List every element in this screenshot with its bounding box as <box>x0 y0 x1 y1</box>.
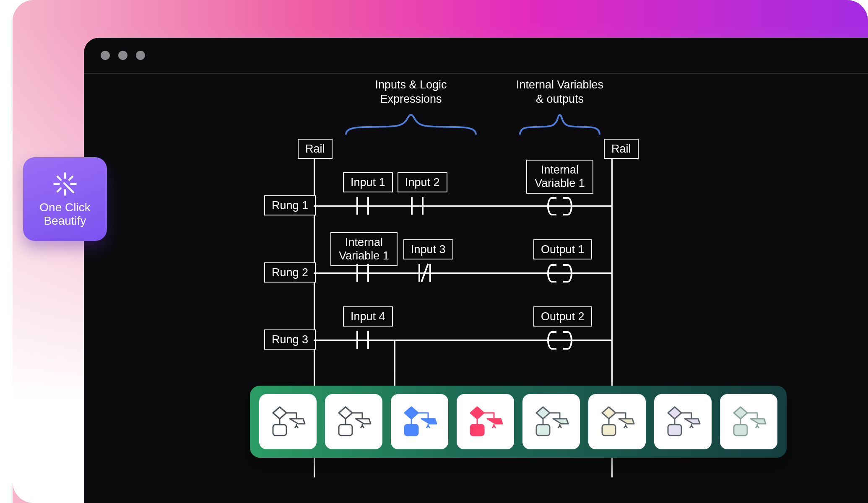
beautify-label-1: One Click <box>39 201 90 214</box>
theme-swatch-outline-white-2[interactable] <box>325 394 382 449</box>
window-dot-max-icon[interactable] <box>136 51 145 60</box>
beautify-label-2: Beautify <box>39 214 90 228</box>
svg-rect-10 <box>339 425 352 436</box>
theme-swatch-lilac[interactable] <box>654 394 712 449</box>
svg-rect-9 <box>273 425 286 436</box>
coil-icon[interactable] <box>547 264 572 283</box>
window-dot-min-icon[interactable] <box>118 51 127 60</box>
svg-rect-14 <box>602 425 616 436</box>
brace-icon <box>518 111 602 137</box>
svg-rect-15 <box>668 425 681 436</box>
svg-line-6 <box>69 176 73 180</box>
contact-no-icon[interactable] <box>352 331 373 349</box>
contact-label[interactable]: Input 2 <box>398 172 447 192</box>
theme-swatch-cream[interactable] <box>588 394 646 449</box>
contact-label[interactable]: Input 3 <box>403 239 453 259</box>
header-inputs: Inputs & LogicExpressions <box>348 78 474 106</box>
rung-label[interactable]: Rung 3 <box>264 329 316 350</box>
header-outputs: Internal Variables& outputs <box>497 78 623 106</box>
theme-swatch-sage[interactable] <box>720 394 777 449</box>
theme-swatch-pink[interactable] <box>457 394 514 449</box>
contact-label[interactable]: Input 4 <box>343 306 393 327</box>
contact-no-icon[interactable] <box>352 264 373 282</box>
rung-label[interactable]: Rung 2 <box>264 262 316 283</box>
coil-label[interactable]: Output 2 <box>533 306 592 327</box>
brace-icon <box>344 111 478 137</box>
contact-label[interactable]: InternalVariable 1 <box>330 232 398 266</box>
contact-nc-icon[interactable] <box>414 264 435 282</box>
contact-label[interactable]: Input 1 <box>343 172 393 192</box>
coil-label[interactable]: Output 1 <box>533 239 592 259</box>
sparkle-icon <box>52 171 78 197</box>
theme-swatch-outline-white[interactable] <box>259 394 317 449</box>
svg-rect-11 <box>405 425 418 436</box>
svg-rect-13 <box>536 425 550 436</box>
svg-rect-16 <box>734 425 747 436</box>
svg-line-4 <box>57 176 61 180</box>
theme-swatch-blue[interactable] <box>391 394 448 449</box>
theme-tray <box>250 386 787 458</box>
rung-label[interactable]: Rung 1 <box>264 195 316 215</box>
coil-icon[interactable] <box>547 331 572 350</box>
rail-right-label[interactable]: Rail <box>604 139 639 159</box>
theme-swatch-mint[interactable] <box>522 394 580 449</box>
coil-icon[interactable] <box>547 197 572 215</box>
window-titlebar <box>84 38 868 74</box>
contact-no-icon[interactable] <box>352 197 373 215</box>
svg-line-7 <box>57 188 61 192</box>
coil-label[interactable]: InternalVariable 1 <box>526 160 593 194</box>
contact-no-icon[interactable] <box>407 197 428 215</box>
rail-left-label[interactable]: Rail <box>298 139 333 159</box>
svg-rect-12 <box>470 425 484 436</box>
beautify-button[interactable]: One Click Beautify <box>23 157 107 241</box>
window-dot-close-icon[interactable] <box>101 51 110 60</box>
